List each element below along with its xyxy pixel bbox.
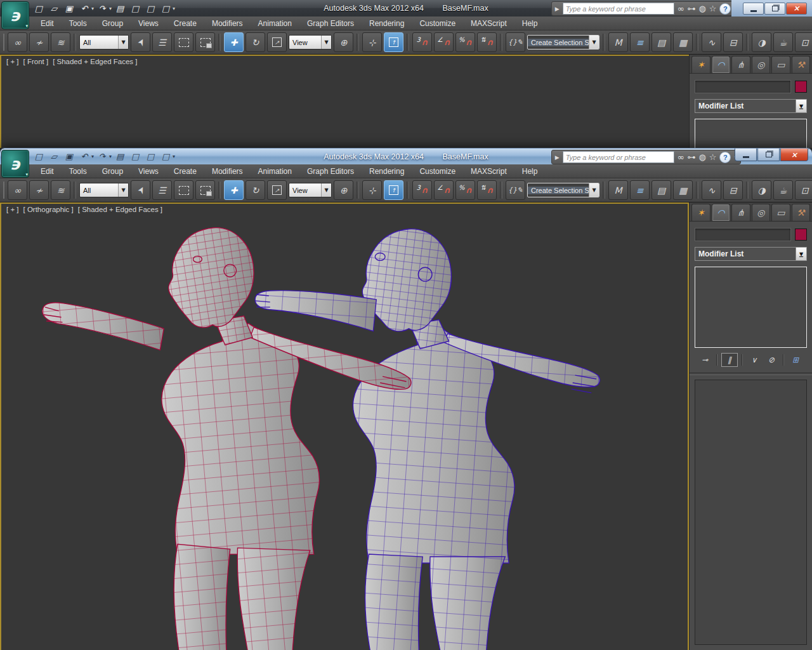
- show-end-result-button[interactable]: ‖: [721, 353, 738, 367]
- tab-utilities[interactable]: ⚒: [792, 56, 811, 73]
- viewport-menu-shading[interactable]: [ Shaded + Edged Faces ]: [53, 58, 137, 65]
- communication-center-icon[interactable]: ◍: [698, 4, 705, 13]
- align-button[interactable]: ≡: [630, 32, 650, 52]
- tab-hierarchy[interactable]: ⋔: [731, 204, 750, 221]
- modifier-list-dropdown[interactable]: Modifier List ▼: [695, 99, 807, 113]
- menu-item[interactable]: Help: [514, 17, 546, 30]
- menu-item[interactable]: Edit: [33, 17, 62, 30]
- redo-dropdown[interactable]: ▾: [109, 154, 112, 159]
- select-and-scale-button[interactable]: ↗: [267, 32, 287, 52]
- curve-editor-button[interactable]: ∿: [702, 180, 721, 200]
- application-menu-button[interactable]: ϶ ▾: [1, 150, 29, 178]
- menu-item[interactable]: Rendering: [362, 165, 412, 178]
- tab-motion[interactable]: ◎: [752, 56, 771, 73]
- bind-to-space-warp-button[interactable]: ≋: [51, 180, 70, 200]
- rendered-frame-window-button[interactable]: ⊡: [795, 180, 812, 200]
- select-and-manipulate-button[interactable]: ⊹: [362, 180, 382, 200]
- menu-item[interactable]: Rendering: [362, 17, 412, 30]
- tab-create[interactable]: ✶: [691, 56, 710, 73]
- close-button[interactable]: ×: [786, 3, 807, 15]
- set-project-folder-button[interactable]: ▤: [113, 2, 127, 15]
- edit-named-selection-sets-button[interactable]: {}✎: [506, 180, 525, 200]
- remove-modifier-button[interactable]: ⊘: [764, 354, 779, 366]
- viewport-menu-plus[interactable]: [ + ]: [6, 206, 19, 213]
- material-editor-button[interactable]: ◑: [752, 32, 771, 52]
- communication-center-icon[interactable]: ◍: [698, 152, 705, 162]
- tab-modify[interactable]: ◠: [712, 204, 731, 221]
- percent-snap-toggle-button[interactable]: %∩: [455, 32, 475, 52]
- application-menu-button[interactable]: ϶ ▾: [1, 1, 29, 29]
- new-scene-button[interactable]: □: [32, 150, 46, 163]
- snap-toggle-3d-button[interactable]: 3∩: [412, 32, 432, 52]
- title-bar[interactable]: ϶ ▾ □ ▱ ▣ ↶ ▾ ↷ ▾ ▤ □ □ □ ▾ Autodesk 3ds…: [0, 149, 812, 164]
- menu-item[interactable]: Views: [131, 17, 166, 30]
- select-by-name-button[interactable]: ☰: [152, 32, 172, 52]
- menu-item[interactable]: Help: [514, 165, 546, 178]
- select-and-link-button[interactable]: ∞: [8, 32, 27, 52]
- infocenter-flyout-icon[interactable]: ▶: [555, 6, 560, 12]
- search-icon[interactable]: ∞: [678, 152, 684, 162]
- material-editor-button[interactable]: ◑: [752, 180, 771, 200]
- save-file-button[interactable]: ▣: [62, 150, 76, 163]
- rectangular-selection-region-button[interactable]: [174, 180, 193, 200]
- new-scene-button[interactable]: □: [32, 2, 46, 15]
- layout-preset-2-button[interactable]: □: [143, 150, 157, 163]
- rollout-area[interactable]: [695, 380, 807, 645]
- window-crossing-toggle-button[interactable]: [195, 32, 215, 52]
- angle-snap-toggle-button[interactable]: ∠∩: [434, 32, 454, 52]
- select-and-rotate-button[interactable]: ↻: [246, 180, 265, 200]
- menu-item[interactable]: Tools: [62, 165, 95, 178]
- viewport-orthographic[interactable]: [ + ] [ Orthographic ] [ Shaded + Edged …: [0, 202, 689, 650]
- menu-item[interactable]: Graph Editors: [299, 165, 362, 178]
- mirror-button[interactable]: M: [608, 32, 628, 52]
- bind-to-space-warp-button[interactable]: ≋: [51, 32, 70, 52]
- make-unique-button[interactable]: ∨: [747, 354, 762, 366]
- viewport-menu-view[interactable]: [ Front ]: [23, 58, 49, 65]
- model-male-left-arm[interactable]: [255, 291, 376, 331]
- layout-preset-3-button[interactable]: □: [159, 150, 173, 163]
- modifier-list-dropdown[interactable]: Modifier List ▼: [695, 247, 807, 261]
- object-name-field[interactable]: [695, 80, 791, 93]
- qat-customize-dropdown[interactable]: ▾: [173, 6, 175, 11]
- menu-item[interactable]: Graph Editors: [299, 17, 362, 30]
- menu-item[interactable]: Views: [131, 165, 166, 178]
- rectangular-selection-region-button[interactable]: [174, 32, 193, 52]
- viewport-menu-view[interactable]: [ Orthographic ]: [23, 206, 74, 213]
- favorites-star-icon[interactable]: ☆: [709, 4, 717, 13]
- reference-coordinate-system-dropdown[interactable]: View ▼: [289, 183, 332, 197]
- layout-preset-2-button[interactable]: □: [143, 2, 157, 15]
- 3dsmax-window-front[interactable]: ϶ ▾ □ ▱ ▣ ↶ ▾ ↷ ▾ ▤ □ □ □ ▾ Autodesk 3ds…: [0, 148, 812, 650]
- layer-manager-button[interactable]: ▤: [652, 180, 671, 200]
- layout-preset-1-button[interactable]: □: [128, 150, 142, 163]
- infocenter-flyout-icon[interactable]: ▶: [555, 154, 560, 161]
- menu-item[interactable]: Customize: [412, 165, 463, 178]
- unlink-selection-button[interactable]: ≁: [29, 32, 49, 52]
- named-selection-sets-dropdown[interactable]: Create Selection Se ▼: [527, 183, 599, 197]
- restore-down-button[interactable]: [757, 149, 780, 161]
- open-file-button[interactable]: ▱: [47, 2, 61, 15]
- select-and-rotate-button[interactable]: ↻: [246, 32, 265, 52]
- menu-item[interactable]: Create: [166, 17, 204, 30]
- restore-down-button[interactable]: [764, 3, 785, 15]
- tab-modify[interactable]: ◠: [712, 56, 731, 73]
- modifier-stack-list[interactable]: [695, 119, 807, 148]
- redo-dropdown[interactable]: ▾: [109, 6, 112, 11]
- model-female-base-mesh[interactable]: [43, 228, 411, 650]
- modifier-stack-list[interactable]: [695, 267, 807, 348]
- 3dsmax-window-back[interactable]: ϶ ▾ □ ▱ ▣ ↶ ▾ ↷ ▾ ▤ □ □ □ ▾ Autodesk 3ds…: [0, 0, 812, 148]
- reference-coordinate-system-dropdown[interactable]: View ▼: [289, 35, 332, 50]
- select-and-move-button[interactable]: ✚: [224, 32, 244, 52]
- keyboard-shortcut-override-button[interactable]: ↑: [384, 180, 403, 200]
- menu-item[interactable]: MAXScript: [463, 17, 514, 30]
- menu-item[interactable]: Animation: [251, 17, 299, 30]
- undo-button[interactable]: ↶: [77, 150, 91, 163]
- percent-snap-toggle-button[interactable]: %∩: [455, 180, 475, 200]
- menu-item[interactable]: Create: [166, 165, 204, 178]
- minimize-button[interactable]: [735, 149, 757, 161]
- minimize-button[interactable]: [743, 3, 764, 15]
- undo-dropdown[interactable]: ▾: [91, 154, 94, 159]
- menu-item[interactable]: Animation: [251, 165, 299, 178]
- graphite-ribbon-toggle-button[interactable]: ▦: [673, 180, 693, 200]
- help-icon[interactable]: ?: [719, 152, 731, 163]
- tab-display[interactable]: ▭: [771, 204, 790, 221]
